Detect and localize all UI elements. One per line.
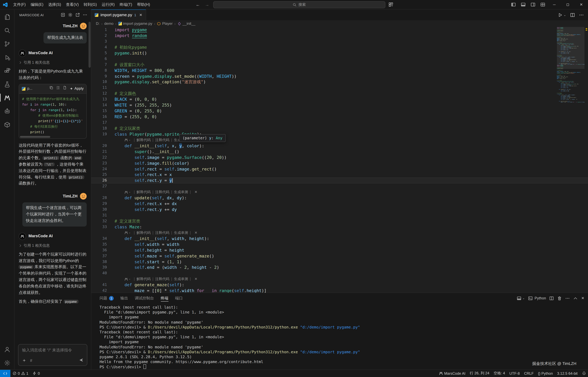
menu-文件(F)[interactable]: 文件(F) (11, 1, 28, 8)
codelens-dropdown-icon[interactable]: ⌄ (129, 230, 131, 236)
toggle-sidebar-icon[interactable] (511, 2, 516, 7)
line-number[interactable]: 16 (91, 114, 112, 120)
tab-close-icon[interactable]: ✕ (139, 13, 142, 17)
activitybar-account-icon[interactable] (0, 342, 14, 356)
chat-history[interactable]: TimLZH帮我生成九九乘法表MarsCode AI引用 1 相关信息好的，下面… (14, 20, 91, 342)
activitybar-settings-gear-icon[interactable] (0, 356, 14, 369)
chevron-up-icon[interactable] (573, 296, 578, 300)
line-number[interactable]: 6 (91, 56, 112, 62)
notifications-bell-icon[interactable] (580, 370, 588, 377)
line-number[interactable]: 7 (91, 62, 112, 68)
code-line[interactable]: 38 self.start = (1, 1) (91, 259, 588, 265)
panel-tab-输出[interactable]: 输出 (120, 293, 128, 303)
code-line[interactable]: 4# 初始化pygame (91, 44, 588, 50)
trash-icon[interactable] (557, 296, 562, 300)
run-dropdown-icon[interactable]: ⌄ (564, 13, 566, 16)
codelens-生成单测[interactable]: 生成单测 (174, 189, 188, 195)
activitybar-robot-icon[interactable] (0, 104, 14, 118)
breadcrumb-item[interactable]: Player (157, 22, 173, 26)
line-number[interactable]: 18 (91, 126, 112, 131)
code-line[interactable]: 18# 定义玩家类 (91, 126, 588, 131)
new-chat-icon[interactable] (61, 12, 65, 17)
terminal-profile-dropdown-icon[interactable]: ⌄ (522, 297, 525, 300)
line-number[interactable]: 19 (91, 131, 112, 137)
panel-tab-终端[interactable]: 终端 (161, 293, 168, 303)
marscode-icon[interactable] (124, 277, 128, 281)
back-arrow-icon[interactable]: ← (195, 2, 201, 7)
line-number[interactable]: 10 (91, 79, 112, 85)
split-editor-icon[interactable] (570, 12, 575, 17)
activitybar-source-control-icon[interactable] (0, 37, 14, 50)
codelens-解释代码[interactable]: 解释代码 (136, 137, 151, 143)
marscode-icon[interactable] (124, 231, 128, 235)
code-line[interactable]: 29 self.rect.x += dx (91, 201, 588, 207)
line-number[interactable]: 5 (91, 50, 112, 56)
code-line[interactable]: 14WHITE = (255, 255, 255) (91, 102, 588, 108)
line-number[interactable]: 11 (91, 85, 112, 91)
activitybar-run-debug-icon[interactable] (0, 50, 14, 64)
menu-编辑(E)[interactable]: 编辑(E) (28, 1, 46, 8)
editor-gutter[interactable] (91, 189, 112, 195)
code-line[interactable]: 30 self.rect.y += dy (91, 207, 588, 212)
codelens-解释代码[interactable]: 解释代码 (136, 230, 151, 236)
codelens-dropdown-icon[interactable]: ⌄ (129, 276, 131, 282)
code-line[interactable]: 20 def __init__(self, x, y, color): (91, 143, 588, 149)
tab-import-pygame[interactable]: import pygame.py 1 ✕ (91, 10, 146, 20)
status-3.12.5 64-bit[interactable]: 3.12.5 64-bit (555, 370, 580, 377)
breadcrumb-item[interactable]: D: (96, 22, 100, 26)
code-line[interactable]: 5pygame.init() (91, 50, 588, 56)
activitybar-search-icon[interactable] (0, 24, 14, 37)
editor-gutter[interactable] (91, 137, 112, 143)
code-line[interactable]: 22 self.image = pygame.Surface((20, 20)) (91, 154, 588, 160)
line-number[interactable]: 13 (91, 97, 112, 102)
status-UTF-8[interactable]: UTF-8 (507, 370, 522, 377)
code-line[interactable]: 41 def generate_maze(self): (91, 282, 588, 288)
line-number[interactable]: 32 (91, 218, 112, 224)
code-line[interactable]: 40 (91, 271, 588, 276)
insert-code-icon[interactable] (56, 86, 60, 90)
codelens-注释代码[interactable]: 注释代码 (155, 189, 169, 195)
line-number[interactable]: 20 (91, 143, 112, 149)
apply-button[interactable]: Apply (70, 86, 84, 92)
line-number[interactable]: 22 (91, 154, 112, 160)
line-number[interactable]: 41 (91, 282, 112, 288)
activitybar-explorer-icon[interactable] (0, 10, 14, 24)
code-line[interactable]: 37 self.maze = self.generate_maze() (91, 253, 588, 259)
references-toggle[interactable]: 引用 1 相关信息 (19, 60, 87, 66)
more-icon[interactable] (579, 12, 584, 17)
line-number[interactable]: 24 (91, 166, 112, 172)
line-number[interactable]: 29 (91, 201, 112, 207)
codelens-close-icon[interactable]: ✕ (194, 230, 197, 236)
line-number[interactable]: 40 (91, 271, 112, 276)
code-line[interactable]: 31 (91, 212, 588, 218)
copy-icon[interactable] (49, 86, 53, 90)
panel-tab-调试控制台[interactable]: 调试控制台 (135, 293, 154, 303)
line-number[interactable]: 25 (91, 172, 112, 178)
status-行 26, 列 24[interactable]: 行 26, 列 24 (468, 370, 492, 377)
line-number[interactable]: 35 (91, 241, 112, 247)
line-number[interactable]: 4 (91, 44, 112, 50)
line-number[interactable]: 37 (91, 253, 112, 259)
codelens-dropdown-icon[interactable]: ⌄ (129, 137, 131, 143)
menu-转到(G)[interactable]: 转到(G) (81, 1, 99, 8)
line-number[interactable]: 15 (91, 108, 112, 114)
code-line[interactable]: 26 self.rect.y = y (91, 178, 588, 184)
codelens-生成单测[interactable]: 生成单测 (174, 230, 188, 236)
code-line[interactable]: 35 self.width = width (91, 241, 588, 247)
code-line[interactable]: 23 self.image.fill(color) (91, 160, 588, 166)
menu-运行(R)[interactable]: 运行(R) (99, 1, 117, 8)
activitybar-test-beaker-icon[interactable] (0, 77, 14, 91)
codelens-注释代码[interactable]: 注释代码 (155, 137, 169, 143)
remote-indicator[interactable] (0, 370, 11, 377)
line-number[interactable]: 3 (91, 39, 112, 44)
views-dropdown-icon[interactable] (388, 2, 393, 7)
code-line[interactable]: 10pygame.display.set_caption("迷宫游戏") (91, 79, 588, 85)
code-line[interactable]: 19class Player(pygame.sprite.Sprite): (91, 131, 588, 137)
code-line[interactable]: 13BLACK = (0, 0, 0) (91, 97, 588, 102)
menu-选择(S)[interactable]: 选择(S) (46, 1, 63, 8)
code-line[interactable]: 12# 定义颜色 (91, 91, 588, 97)
line-number[interactable]: 39 (91, 265, 112, 271)
line-number[interactable]: 9 (91, 73, 112, 79)
line-number[interactable]: 26 (91, 178, 112, 184)
terminal-tab-python[interactable]: Python (528, 296, 546, 300)
